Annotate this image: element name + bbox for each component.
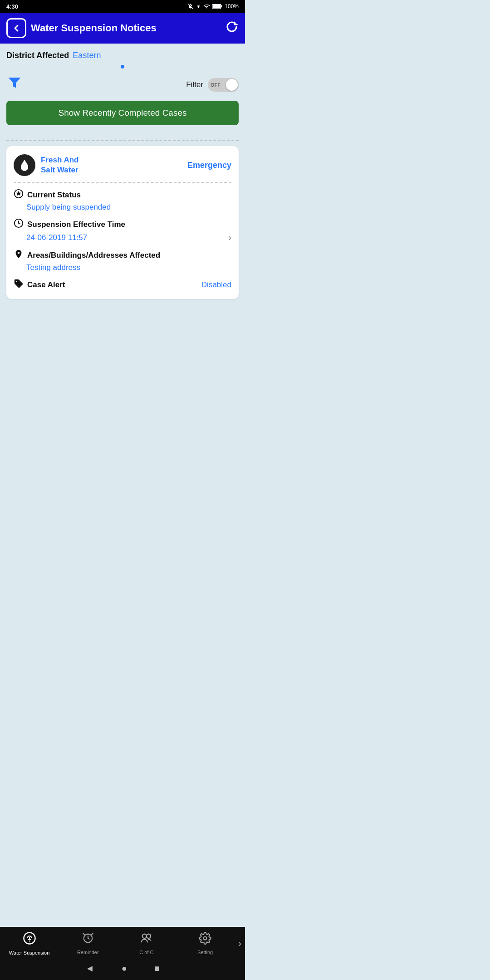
areas-label: Areas/Buildings/Addresses Affected (27, 251, 160, 260)
status-icons: ▼ 100% (187, 3, 239, 10)
location-pin-icon (14, 249, 24, 261)
svg-marker-5 (16, 191, 21, 196)
district-value: Eastern (73, 51, 101, 60)
filter-toggle[interactable]: OFF (208, 78, 239, 92)
status-star-icon (14, 189, 24, 201)
section-divider (6, 140, 239, 141)
suspension-time-header: Suspension Effective Time (14, 218, 231, 230)
page-title: Water Suspension Notices (31, 22, 225, 34)
battery-percent: 100% (225, 3, 239, 10)
suspension-time-value-row[interactable]: 24-06-2019 11:57 › (14, 232, 231, 243)
case-alert-row: Case Alert Disabled (14, 279, 231, 291)
tag-icon (14, 279, 24, 291)
show-cases-button[interactable]: Show Recently Completed Cases (6, 101, 239, 125)
indicator-dot (121, 65, 124, 69)
svg-rect-3 (213, 5, 220, 8)
areas-row: Areas/Buildings/Addresses Affected Testi… (14, 249, 231, 272)
suspension-time-row: Suspension Effective Time 24-06-2019 11:… (14, 218, 231, 243)
back-arrow-icon (11, 23, 22, 34)
app-header: Water Suspension Notices (0, 13, 245, 44)
main-content: District Affected Eastern Filter OFF Sho… (0, 44, 245, 314)
water-drop-icon (18, 159, 31, 172)
current-status-header: Current Status (14, 189, 231, 201)
suspension-time-label: Suspension Effective Time (27, 220, 125, 229)
toggle-off-label: OFF (211, 82, 220, 88)
battery-icon (212, 4, 222, 9)
status-bar: 4:30 ▼ 100% (0, 0, 245, 13)
bell-mute-icon (187, 3, 194, 10)
current-status-row: Current Status Supply being suspended (14, 189, 231, 212)
toggle-knob (226, 79, 238, 91)
suspension-time-value: 24-06-2019 11:57 (26, 233, 87, 242)
case-card: Fresh And Salt Water Emergency Current S… (6, 146, 239, 299)
refresh-icon (225, 20, 239, 34)
card-divider (14, 182, 231, 183)
case-alert-label: Case Alert (27, 280, 65, 289)
filter-icon[interactable] (6, 75, 23, 94)
filter-row: Filter OFF (6, 75, 239, 94)
svg-rect-2 (221, 5, 222, 8)
clock-icon (14, 218, 24, 230)
case-type-badge: Emergency (187, 161, 231, 170)
status-time: 4:30 (6, 3, 18, 10)
filter-label: Filter (186, 80, 203, 89)
filter-controls: Filter OFF (186, 78, 239, 92)
dropdown-icon: ▼ (196, 4, 201, 9)
current-status-value: Supply being suspended (14, 203, 231, 212)
chevron-right-icon: › (228, 232, 231, 243)
refresh-button[interactable] (225, 20, 239, 37)
district-label: District Affected (6, 51, 69, 60)
card-org: Fresh And Salt Water (14, 154, 78, 176)
nav-spacer (0, 314, 245, 357)
case-alert-value: Disabled (201, 280, 231, 289)
org-avatar (14, 154, 35, 176)
org-name: Fresh And Salt Water (41, 155, 78, 175)
current-status-label: Current Status (27, 191, 81, 200)
wifi-icon (203, 3, 210, 10)
funnel-icon (6, 75, 23, 91)
dot-indicator (6, 62, 239, 70)
areas-value: Testing address (14, 263, 231, 272)
areas-header: Areas/Buildings/Addresses Affected (14, 249, 231, 261)
case-alert-left: Case Alert (14, 279, 65, 291)
district-row: District Affected Eastern (6, 51, 239, 60)
card-header: Fresh And Salt Water Emergency (14, 154, 231, 176)
back-button[interactable] (6, 18, 26, 38)
